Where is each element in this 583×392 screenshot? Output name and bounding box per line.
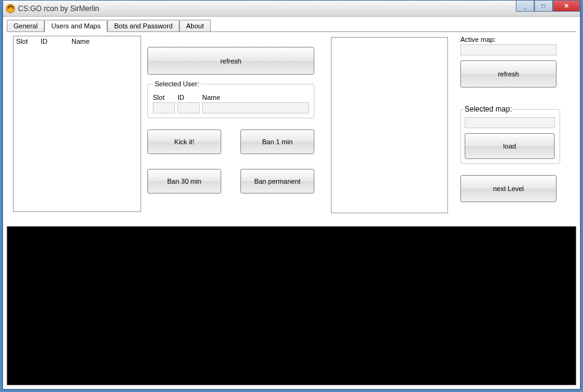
su-name-field xyxy=(202,102,309,113)
user-list[interactable]: Slot ID Name xyxy=(13,36,141,212)
ban-1min-button[interactable]: Ban 1 min xyxy=(240,129,314,154)
tab-users-maps[interactable]: Users and Maps xyxy=(44,20,107,32)
su-name-label: Name xyxy=(202,94,309,101)
su-slot-label: Slot xyxy=(153,94,175,101)
selected-map-group: Selected map: load xyxy=(460,105,560,164)
map-list[interactable] xyxy=(331,37,448,213)
maximize-button[interactable]: □ xyxy=(534,1,553,12)
active-map-label: Active map: xyxy=(460,36,564,43)
selected-map-field xyxy=(465,117,555,128)
tab-bar: General Users and Maps Bots and Password… xyxy=(3,17,580,31)
minimize-button[interactable]: _ xyxy=(516,1,534,12)
tab-bots-password[interactable]: Bots and Password xyxy=(107,20,179,32)
active-map-field xyxy=(460,44,556,55)
window-title: CS:GO rcon by SirMerlin xyxy=(18,4,99,13)
tab-content: Slot ID Name refresh Selected User: Slot… xyxy=(7,31,576,226)
next-level-button[interactable]: next Level xyxy=(460,175,556,202)
tab-general[interactable]: General xyxy=(7,20,44,32)
su-id-field xyxy=(177,102,200,113)
refresh-users-button[interactable]: refresh xyxy=(147,47,314,75)
refresh-maps-button[interactable]: refresh xyxy=(460,60,556,88)
kick-button[interactable]: Kick it! xyxy=(147,129,221,154)
load-button[interactable]: load xyxy=(465,133,555,159)
col-name: Name xyxy=(71,38,138,45)
col-id: ID xyxy=(41,38,71,45)
maps-column: Active map: refresh Selected map: load n… xyxy=(460,36,564,202)
selected-user-group: Selected User: Slot ID Name xyxy=(147,80,314,118)
su-id-label: ID xyxy=(177,94,200,101)
titlebar[interactable]: CS:GO rcon by SirMerlin _ □ ✕ xyxy=(3,1,580,17)
close-button[interactable]: ✕ xyxy=(553,1,580,12)
app-icon xyxy=(6,4,15,14)
col-slot: Slot xyxy=(16,38,41,45)
window-controls: _ □ ✕ xyxy=(516,1,580,12)
tab-about[interactable]: About xyxy=(179,20,211,32)
selected-map-legend: Selected map: xyxy=(465,105,512,113)
console-output[interactable] xyxy=(7,226,576,385)
user-list-header: Slot ID Name xyxy=(14,36,141,46)
app-window: CS:GO rcon by SirMerlin _ □ ✕ General Us… xyxy=(2,0,581,390)
ban-30min-button[interactable]: Ban 30 min xyxy=(147,169,221,194)
ban-permanent-button[interactable]: Ban permanent xyxy=(240,169,314,194)
selected-user-legend: Selected User: xyxy=(153,80,201,88)
su-slot-field xyxy=(153,102,175,113)
